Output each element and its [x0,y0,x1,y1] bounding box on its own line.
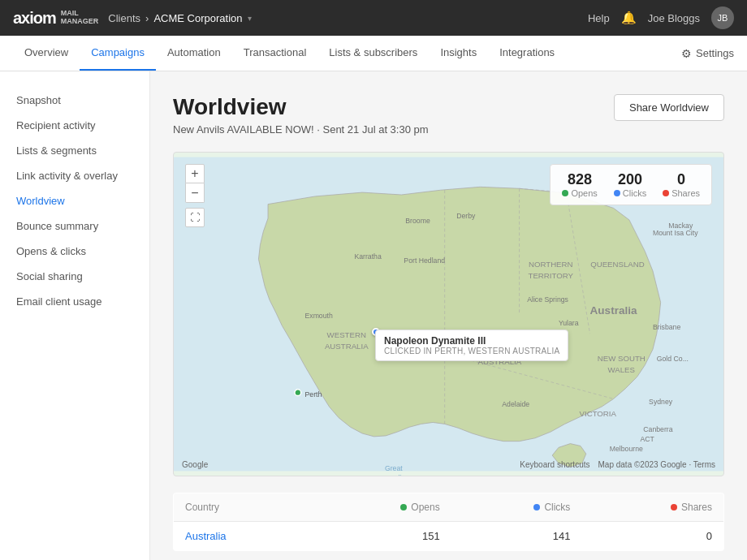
zoom-out-button[interactable]: − [185,183,205,203]
tab-overview[interactable]: Overview [13,36,80,71]
svg-text:ACT: ACT [640,435,654,443]
svg-text:Gold Co...: Gold Co... [657,355,689,363]
logo: axiom MAILMANAGER [13,9,98,28]
svg-text:Canberra: Canberra [643,425,672,433]
svg-text:Derby: Derby [456,212,476,220]
help-link[interactable]: Help [588,12,610,24]
svg-text:Great: Great [385,464,403,472]
svg-text:WALES: WALES [608,365,635,374]
stat-shares: 0 Shares [663,171,700,198]
clicks-value: 200 [614,171,646,188]
settings-icon: ⚙ [681,47,692,60]
page-header: Worldview New Anvils AVAILABLE NOW! · Se… [173,94,724,136]
sidebar-item-worldview[interactable]: Worldview [0,188,149,213]
breadcrumb-current[interactable]: ACME Corporation [153,12,242,24]
stat-opens: 828 Opens [562,171,597,198]
svg-text:Exmouth: Exmouth [305,312,333,320]
notifications-icon[interactable]: 🔔 [621,11,637,25]
sidebar-item-opens-clicks[interactable]: Opens & clicks [0,239,149,264]
opens-col-dot [400,504,407,510]
popup-name: Napoleon Dynamite III [384,335,559,347]
svg-point-36 [295,390,301,396]
breadcrumb-dropdown-icon[interactable]: ▾ [248,14,252,23]
tab-transactional[interactable]: Transactional [232,36,318,71]
map-data-text: Map data ©2023 Google · Terms [598,460,716,469]
page-title: Worldview [173,94,429,120]
keyboard-shortcuts-link[interactable]: Keyboard shortcuts [520,460,589,469]
sidebar-item-bounce-summary[interactable]: Bounce summary [0,213,149,239]
map-controls: + − ⛶ [185,164,205,227]
shares-col-dot [671,504,677,510]
sidebar-item-email-client[interactable]: Email client usage [0,289,149,314]
tab-lists-subscribers[interactable]: Lists & subscribers [317,36,429,71]
logo-sub: MAILMANAGER [61,10,99,26]
sidebar-item-link-activity[interactable]: Link activity & overlay [0,163,149,188]
zoom-in-button[interactable]: + [185,164,205,183]
clicks-label: Clicks [614,188,646,198]
expand-map-button[interactable]: ⛶ [185,208,205,227]
user-name: Joe Bloggs [648,12,700,24]
avatar[interactable]: JB [711,6,734,29]
svg-text:VICTORIA: VICTORIA [580,409,617,418]
map-popup: Napoleon Dynamite III CLICKED IN PERTH, … [375,330,568,361]
country-link-australia[interactable]: Australia [185,530,227,542]
breadcrumb: Clients › ACME Corporation ▾ [108,12,251,24]
svg-text:Mackay: Mackay [668,222,693,230]
table-row: Australia 151 141 0 [174,522,724,551]
col-country: Country [174,493,315,522]
tab-integrations[interactable]: Integrations [488,36,566,71]
table-header-row: Country Opens Clicks [174,493,724,522]
col-shares: Shares [581,493,723,522]
map-attribution-google: Google [182,460,208,469]
map-container[interactable]: WESTERN AUSTRALIA SOUTH AUSTRALIA NORTHE… [173,152,724,476]
sent-date: · Sent 21 Jul at 3:30 pm [317,123,428,136]
row-country: Australia [174,522,315,551]
svg-text:Port Hedland: Port Hedland [404,256,445,265]
tab-automation[interactable]: Automation [156,36,232,71]
svg-text:NEW SOUTH: NEW SOUTH [598,354,646,363]
opens-label: Opens [562,188,597,198]
page-subtitle: New Anvils AVAILABLE NOW! · Sent 21 Jul … [173,123,429,136]
clicks-col-dot [533,504,540,510]
stat-clicks: 200 Clicks [614,171,646,198]
svg-text:Karratha: Karratha [354,252,381,261]
row-clicks: 141 [451,522,582,551]
sidebar-item-recipient-activity[interactable]: Recipient activity [0,113,149,138]
sidebar-item-social-sharing[interactable]: Social sharing [0,264,149,289]
svg-text:Adelaide: Adelaide [502,400,529,408]
share-worldview-button[interactable]: Share Worldview [614,94,724,121]
top-bar: axiom MAILMANAGER Clients › ACME Corpora… [0,0,747,36]
svg-text:Melbourne: Melbourne [610,445,643,453]
settings-button[interactable]: ⚙ Settings [681,47,734,60]
tab-campaigns[interactable]: Campaigns [80,36,156,71]
shares-value: 0 [663,171,700,188]
opens-value: 828 [562,171,597,188]
opens-dot [562,190,568,196]
tab-insights[interactable]: Insights [429,36,488,71]
svg-text:TERRITORY: TERRITORY [529,271,574,280]
country-table: Country Opens Clicks [173,493,724,551]
popup-location: CLICKED IN PERTH, WESTERN AUSTRALIA [384,347,559,355]
map-attribution-right: Keyboard shortcuts Map data ©2023 Google… [520,460,715,469]
row-opens: 151 [315,522,451,551]
page-body: Snapshot Recipient activity Lists & segm… [0,71,747,560]
top-bar-right: Help 🔔 Joe Bloggs JB [588,6,734,29]
main-content: Worldview New Anvils AVAILABLE NOW! · Se… [150,71,747,560]
sidebar: Snapshot Recipient activity Lists & segm… [0,71,150,560]
clicks-dot [614,190,620,196]
svg-text:Alice Springs: Alice Springs [527,295,568,304]
col-clicks: Clicks [451,493,582,522]
svg-text:Australia: Australia [590,304,637,317]
top-bar-left: axiom MAILMANAGER Clients › ACME Corpora… [13,9,252,28]
sidebar-item-lists-segments[interactable]: Lists & segments [0,138,149,163]
svg-text:Brisbane: Brisbane [653,323,680,331]
map-stats: 828 Opens 200 Clicks 0 [550,164,712,205]
shares-label: Shares [663,188,700,198]
breadcrumb-clients[interactable]: Clients [108,12,140,24]
logo-text: axiom [13,9,56,28]
svg-text:Perth: Perth [305,390,322,398]
sidebar-item-snapshot[interactable]: Snapshot [0,88,149,113]
svg-text:QUEENSLAND: QUEENSLAND [590,260,645,269]
breadcrumb-separator: › [145,12,149,24]
svg-text:Mount Isa City: Mount Isa City [653,229,698,237]
